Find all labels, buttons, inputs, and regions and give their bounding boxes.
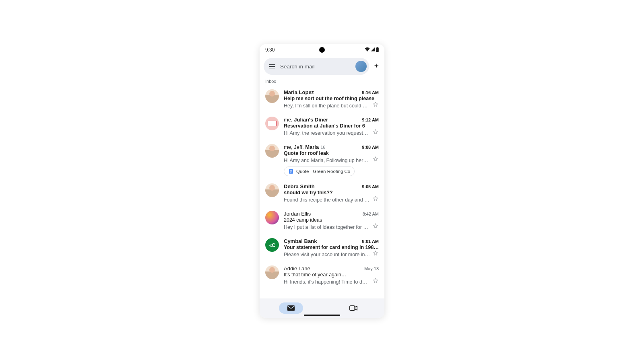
sender-avatar[interactable] <box>265 265 279 279</box>
nav-meet-button[interactable] <box>341 302 365 314</box>
star-icon[interactable] <box>372 278 379 286</box>
mail-body: Cymbal Bank8:01 AMYour statement for car… <box>284 238 379 258</box>
sender-name: Addie Lane <box>284 265 310 272</box>
sender-avatar[interactable] <box>265 89 279 103</box>
sender-avatar[interactable] <box>265 183 279 197</box>
mail-subject: 2024 camp ideas <box>284 217 379 223</box>
sender-name: me, Julian's Diner <box>284 117 328 123</box>
mail-time: 9:08 AM <box>362 145 379 150</box>
mail-list[interactable]: Maria Lopez9:16 AMHelp me sort out the r… <box>260 86 384 298</box>
mail-snippet: Hi Amy, the reservation you requested is… <box>284 130 370 136</box>
mail-time: 8:01 AM <box>362 239 379 244</box>
bottom-nav <box>260 298 384 318</box>
sparkle-icon[interactable] <box>372 62 380 70</box>
phone-frame: 9:30 Search in mail Inbox Maria <box>260 44 384 318</box>
mail-body: Jordan Ellis8:42 AM2024 camp ideasHey I … <box>284 211 379 231</box>
mail-snippet: Found this recipe the other day and it m… <box>284 197 370 203</box>
mail-subject: Quote for roof leak <box>284 150 379 156</box>
mail-subject: Your statement for card ending in 1988 i… <box>284 245 379 250</box>
nav-mail-button[interactable] <box>279 302 303 314</box>
mail-time: May 13 <box>364 266 379 271</box>
search-placeholder: Search in mail <box>280 64 351 70</box>
sender-avatar[interactable] <box>265 144 279 158</box>
svg-rect-4 <box>290 171 292 171</box>
attachment-chip[interactable]: Quote - Green Roofing Co <box>284 167 355 176</box>
svg-rect-1 <box>377 47 378 47</box>
sender-name: Maria Lopez <box>284 89 314 95</box>
star-icon[interactable] <box>372 250 379 258</box>
mail-snippet: Hey, I'm still on the plane but could yo… <box>284 103 370 109</box>
mail-time: 9:16 AM <box>362 90 379 95</box>
mail-item[interactable]: me, Julian's Diner9:12 AMReservation at … <box>260 113 384 141</box>
attachment-label: Quote - Green Roofing Co <box>296 169 350 174</box>
search-row: Search in mail <box>260 56 384 79</box>
mail-item[interactable]: Addie LaneMay 13It's that time of year a… <box>260 262 384 290</box>
section-label: Inbox <box>260 79 384 86</box>
mail-body: Maria Lopez9:16 AMHelp me sort out the r… <box>284 89 379 109</box>
mail-item[interactable]: «CCymbal Bank8:01 AMYour statement for c… <box>260 235 384 262</box>
mail-body: me, Julian's Diner9:12 AMReservation at … <box>284 117 379 137</box>
status-icons <box>355 47 379 53</box>
sender-name: Debra Smith <box>284 183 315 189</box>
mail-subject: should we try this?? <box>284 190 379 195</box>
account-avatar[interactable] <box>355 61 367 72</box>
mail-snippet: Please visit your account for more infor… <box>284 252 370 257</box>
mail-body: Addie LaneMay 13It's that time of year a… <box>284 265 379 286</box>
camera-cutout <box>289 47 355 53</box>
mail-subject: Reservation at Julian's Diner for 6 <box>284 123 379 129</box>
mail-subject: Help me sort out the roof thing please <box>284 96 379 101</box>
star-icon[interactable] <box>372 195 379 204</box>
mail-time: 8:42 AM <box>363 212 379 216</box>
mail-item[interactable]: me, Jeff, Maria169:08 AMQuote for roof l… <box>260 141 384 180</box>
sender-name: me, Jeff, Maria16 <box>284 144 325 150</box>
mail-item[interactable]: Maria Lopez9:16 AMHelp me sort out the r… <box>260 86 384 113</box>
sender-avatar[interactable] <box>265 211 279 224</box>
mail-body: Debra Smith9:05 AMshould we try this??Fo… <box>284 183 379 204</box>
star-icon[interactable] <box>372 223 379 231</box>
star-icon[interactable] <box>372 156 379 164</box>
mail-time: 9:12 AM <box>362 117 379 122</box>
search-bar[interactable]: Search in mail <box>264 58 369 75</box>
battery-icon <box>376 47 379 53</box>
sender-avatar[interactable] <box>265 117 279 130</box>
mail-time: 9:05 AM <box>362 184 379 189</box>
svg-rect-7 <box>349 306 355 311</box>
svg-rect-0 <box>376 47 379 52</box>
sender-name: Cymbal Bank <box>284 238 317 244</box>
mail-snippet: Hi friends, it's happening! Time to dust… <box>284 279 370 285</box>
svg-rect-3 <box>290 170 292 171</box>
status-time: 9:30 <box>265 47 289 53</box>
star-icon[interactable] <box>372 101 379 109</box>
svg-rect-5 <box>290 172 291 173</box>
signal-icon <box>371 47 375 53</box>
camera-dot-icon <box>319 47 325 53</box>
mail-snippet: Hi Amy and Maria, Following up here t… <box>284 158 370 163</box>
status-bar: 9:30 <box>260 44 384 56</box>
mail-body: me, Jeff, Maria169:08 AMQuote for roof l… <box>284 144 379 176</box>
wifi-icon <box>365 47 370 53</box>
mail-item[interactable]: Debra Smith9:05 AMshould we try this??Fo… <box>260 180 384 208</box>
menu-icon[interactable] <box>269 64 275 69</box>
mail-snippet: Hey I put a list of ideas together for p… <box>284 224 370 230</box>
mail-item[interactable]: Jordan Ellis8:42 AM2024 camp ideasHey I … <box>260 208 384 235</box>
mail-subject: It's that time of year again… <box>284 272 379 278</box>
sender-name: Jordan Ellis <box>284 211 311 217</box>
star-icon[interactable] <box>372 129 379 137</box>
gesture-bar[interactable] <box>304 315 340 316</box>
sender-avatar[interactable]: «C <box>265 238 279 252</box>
